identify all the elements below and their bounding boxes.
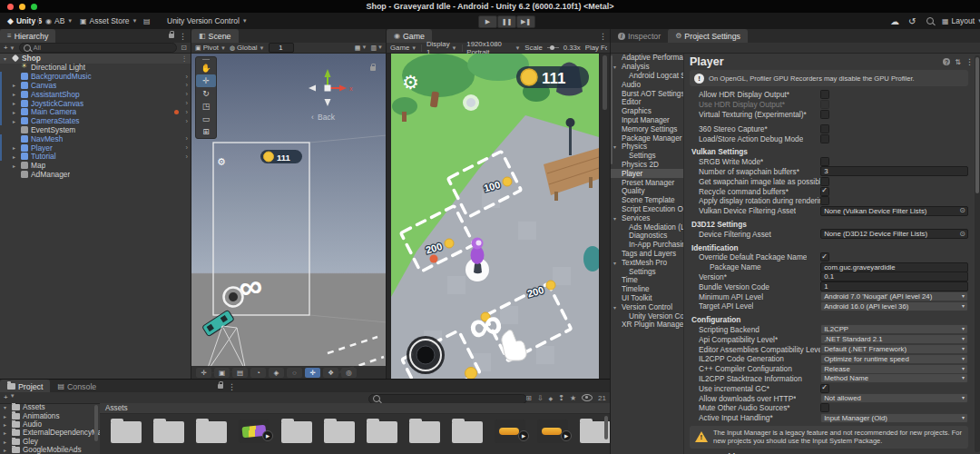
settings-category-diagnostics[interactable]: Diagnostics [611,232,683,241]
asset-store-menu[interactable]: ▣ Asset Store▼ [80,13,137,29]
grid-scrollbar[interactable] [604,416,608,439]
hand-tool-button[interactable]: ✋ [196,62,216,74]
text-field-package-name[interactable]: com.guc.graveyardidle [820,262,968,272]
hierarchy-item-directional-light[interactable]: Directional Light [0,64,191,73]
checkbox-get-swapchain-image-late-as-possible[interactable] [820,177,829,186]
tab-hierarchy[interactable]: ≡ Hierarchy [0,29,55,43]
version-control-menu[interactable]: Unity Version Control▼ [167,13,248,29]
settings-category-input-manager[interactable]: Input Manager [611,116,683,125]
folder-thumbnail[interactable] [152,419,185,443]
settings-category-package-manager[interactable]: Package Manager [611,133,683,143]
foldout-arrow-icon[interactable]: ▸ [4,413,9,419]
play-preview-icon[interactable]: ▶ [262,430,273,441]
foldout-arrow-icon[interactable]: ▸ [13,91,21,97]
account-menu[interactable]: ◉ AB▼ [45,13,73,29]
layers-overlay-button[interactable]: ❖ [323,368,338,378]
scale-tool-button[interactable]: ◳ [196,100,216,113]
checkbox-use-incremental-gc[interactable] [820,384,829,393]
object-picker-icon[interactable]: ⊙ [959,206,965,214]
kebab-menu-icon[interactable]: ⋮ [179,32,187,41]
settings-category-adaptive-performance[interactable]: Adaptive Performance [611,54,683,63]
settings-category-physics-2d[interactable]: Physics 2D [611,161,683,170]
grid-size-field[interactable]: 1 [269,43,294,53]
hierarchy-search-input[interactable]: All [19,43,178,53]
help-icon[interactable]: ? [943,58,950,65]
hierarchy-item-canvas[interactable]: ▸Canvas› [0,81,191,90]
prefab-chevron-icon[interactable]: › [186,99,189,107]
unity-version-menu[interactable]: ◆ Unity 6 [7,13,42,29]
virtual-joystick[interactable] [407,336,445,374]
play-focused-dropdown[interactable]: Play Foc [585,44,607,52]
search-icon[interactable] [926,13,934,29]
hierarchy-item-camerastates[interactable]: ▸CameraStates› [0,116,191,125]
folder-thumbnail[interactable] [451,419,484,443]
settings-category-scene-template[interactable]: Scene Template [611,196,683,205]
package-visibility-icon[interactable]: ⇩ [537,394,544,402]
hierarchy-item-tutorial[interactable]: ▸Tutorial› [0,152,191,161]
snap-settings-button[interactable]: ▦▼ [355,44,368,52]
foldout-arrow-icon[interactable]: ▾ [4,55,12,62]
foldout-arrow-icon[interactable]: ▸ [4,447,9,453]
kebab-menu-icon[interactable]: ⋮ [965,57,974,66]
folder-thumbnail[interactable] [195,419,228,443]
tab-project-settings[interactable]: ⚙ Project Settings [668,29,748,43]
prefab-chevron-icon[interactable]: › [186,73,189,81]
play-button[interactable]: ▶ [478,15,497,28]
dropdown-allow-downloads-over-http[interactable]: Not allowed▾ [820,393,968,403]
checkbox-recycle-command-buffers[interactable] [820,187,829,196]
settings-category-ads-mediation-levelplay[interactable]: Ads Mediation (LevelPlay) [611,222,683,232]
scene-header-row[interactable]: ▾ Shop ⋮ [0,54,191,64]
step-button[interactable]: ▶❚ [516,15,535,28]
foldout-arrow-icon[interactable]: ▸ [13,153,21,160]
folder-thumbnail[interactable] [366,419,398,443]
foldout-arrow-icon[interactable]: ▸ [4,429,9,436]
play-preview-icon[interactable]: ▶ [561,430,572,441]
grid-overlay-button[interactable]: ▤ [232,368,248,378]
tree-scrollbar[interactable] [94,405,98,441]
prefab-chevron-icon[interactable]: › [186,81,189,89]
foldout-arrow-icon[interactable]: ▸ [13,100,21,106]
settings-category-player[interactable]: Player [611,169,683,178]
foldout-arrow-icon[interactable]: ▸ [4,421,9,428]
folder-thumbnail[interactable] [323,419,356,443]
foldout-arrow-icon[interactable]: ▸ [13,82,21,88]
history-icon[interactable]: ↺ [908,13,916,29]
preview-size-icon[interactable]: ⊞ [525,394,532,402]
settings-category-script-execution-order[interactable]: Script Execution Order [611,205,683,214]
sprite-asset-thumbnail[interactable]: ▶ [494,419,526,443]
checkbox-virtual-texturing-experimental[interactable] [820,110,829,119]
kebab-menu-icon[interactable]: ⋮ [228,382,236,391]
label-icon[interactable]: ◆ [549,395,554,401]
dropdown-c-compiler-configuration[interactable]: Release▾ [820,364,968,374]
settings-category-preset-manager[interactable]: Preset Manager [611,178,683,187]
settings-category-tags-and-layers[interactable]: Tags and Layers [611,250,683,259]
dropdown-target-api-level[interactable]: Android 16.0 (API level 36)▾ [820,301,968,311]
settings-category-ui-toolkit[interactable]: UI Toolkit [611,294,683,303]
pause-button[interactable]: ❚❚ [497,15,516,28]
alert-icon[interactable]: ❢ [558,394,564,402]
lock-icon[interactable] [169,34,174,38]
project-tree-item-animations[interactable]: ▸Animations [0,411,100,419]
tab-console[interactable]: ▤ Console [50,380,103,393]
project-tree-item-googlemobileads[interactable]: ▸GoogleMobileAds [0,446,100,454]
game-mode-dropdown[interactable]: Game▼ [390,44,416,52]
hierarchy-item-backgroundmusic[interactable]: BackgroundMusic› [0,72,191,81]
layout-menu[interactable]: ▦ Layout▼ [942,13,980,29]
scene-viewport[interactable]: ⚙ 111 ‹ Back ∞ [191,54,387,379]
settings-category-physics[interactable]: ▾Physics [611,143,683,152]
hierarchy-item-assistantshop[interactable]: ▸AssistantShop› [0,90,191,99]
project-tree-item-gley[interactable]: ▸Gley [0,438,100,446]
foldout-arrow-icon[interactable]: ▾ [613,304,616,311]
checkbox-apply-display-rotation-during-rendering[interactable] [820,196,829,205]
game-viewport[interactable]: 111 ⚙ 100 200 200 [391,54,599,379]
checkbox-use-hdr-display-output[interactable] [820,100,829,109]
settings-category-textmesh-pro[interactable]: ▾TextMesh Pro [611,258,683,267]
prefab-chevron-icon[interactable]: › [186,143,189,152]
text-field-version[interactable]: 0.1 [820,271,968,281]
project-tree-item-audio[interactable]: ▸Audio [0,420,100,429]
settings-category-settings[interactable]: Settings [611,267,683,276]
grid-visibility-button[interactable]: ▥▼ [370,44,383,52]
dropdown-il2cpp-stacktrace-information[interactable]: Method Name▾ [820,373,968,383]
rect-tool-button[interactable]: ▭ [196,113,216,125]
add-asset-button[interactable]: +▼ [4,393,15,401]
